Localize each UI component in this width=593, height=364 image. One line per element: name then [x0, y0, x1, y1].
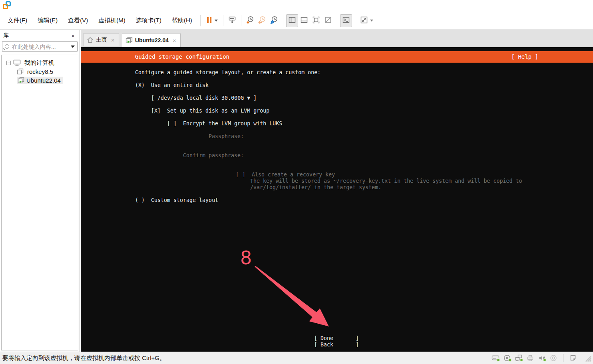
installer-header-bar: Guided storage configuration [ Help ] — [81, 51, 593, 63]
search-dropdown-caret-icon[interactable] — [71, 46, 75, 48]
tab-close-icon[interactable]: × — [110, 37, 115, 44]
tree-item-label[interactable]: 我的计算机 — [23, 59, 56, 67]
send-ctrl-alt-del-icon — [228, 16, 237, 26]
done-button[interactable]: [ Done ] — [314, 335, 359, 342]
library-search-box[interactable] — [2, 42, 78, 51]
resize-grip[interactable] — [583, 354, 591, 362]
library-sidebar: 库 × 我的计算机 — [0, 30, 80, 352]
webcam-icon[interactable] — [549, 354, 558, 362]
vm-console-screen[interactable]: Guided storage configuration [ Help ] Co… — [81, 47, 593, 352]
menu-help[interactable]: 帮助(H) — [167, 14, 197, 27]
tab-label[interactable]: Ubuntu22.04 — [135, 37, 169, 44]
status-bar: 要将输入定向到该虚拟机，请在虚拟机内部单击或按 Ctrl+G。 — [0, 352, 593, 364]
stretch-dropdown-caret-icon[interactable] — [370, 20, 373, 22]
tab-bar: 主页 × Ubuntu22.04 × — [81, 30, 593, 47]
revert-snapshot-icon — [258, 16, 267, 26]
hard-disk-icon[interactable] — [491, 354, 500, 362]
pause-vm-button[interactable] — [203, 14, 220, 27]
tree-item-ubuntu2204[interactable]: Ubuntu22.04 — [2, 76, 78, 85]
tree-collapse-icon[interactable] — [6, 61, 11, 65]
take-snapshot-button[interactable] — [244, 14, 256, 27]
revert-snapshot-button[interactable] — [256, 14, 268, 27]
annotation-arrow-icon — [253, 264, 332, 330]
statusbar-separator — [563, 354, 563, 362]
manage-snapshots-button[interactable] — [268, 14, 280, 27]
menu-view[interactable]: 查看(V) — [63, 14, 93, 27]
search-icon — [5, 44, 9, 49]
toolbar-separator — [355, 15, 355, 26]
main-area: 库 × 我的计算机 — [0, 30, 593, 352]
option-use-entire-disk[interactable]: (X) Use an entire disk — [135, 82, 522, 89]
pause-dropdown-caret-icon[interactable] — [215, 20, 218, 22]
library-panel-icon — [288, 16, 296, 26]
tree-item-label[interactable]: Ubuntu22.04 — [26, 77, 61, 84]
tab-home[interactable]: 主页 × — [83, 33, 119, 46]
toolbar-separator — [337, 15, 337, 26]
stretch-guest-display-button[interactable] — [358, 14, 375, 27]
toolbar-separator — [283, 15, 283, 26]
vmware-logo-icon — [2, 0, 12, 12]
printer-icon[interactable] — [526, 354, 535, 362]
vm-area: 主页 × Ubuntu22.04 × Guided storage config… — [81, 30, 593, 352]
label-confirm-passphrase: Confirm passphrase: — [183, 152, 522, 159]
tab-label[interactable]: 主页 — [96, 36, 107, 44]
disk-select-dropdown[interactable]: [ /dev/sda local disk 30.000G ▼ ] — [151, 95, 522, 101]
unity-mode-button[interactable] — [322, 14, 334, 27]
recovery-key-description: /var/log/installer/ in the target system… — [250, 184, 522, 191]
thumbnail-bar-icon — [300, 16, 308, 26]
computer-icon — [13, 59, 21, 66]
home-icon — [87, 37, 94, 43]
toggle-library-panel-button[interactable] — [286, 14, 298, 27]
vm-running-icon — [18, 77, 24, 84]
tree-item-my-computer[interactable]: 我的计算机 — [2, 58, 78, 67]
toggle-console-view-button[interactable] — [340, 14, 352, 27]
checkbox-lvm-group[interactable]: [X] Set up this disk as an LVM group — [151, 108, 522, 114]
checkbox-recovery-key: [ ] Also create a recovery key — [236, 172, 522, 178]
sound-icon[interactable] — [537, 354, 546, 362]
toggle-thumbnail-bar-button[interactable] — [298, 14, 310, 27]
connected-dot — [497, 358, 500, 362]
back-button[interactable]: [ Back ] — [314, 342, 359, 348]
toolbar-separator — [241, 15, 241, 26]
pause-icon — [206, 16, 213, 25]
menu-edit[interactable]: 编辑(E) — [32, 14, 63, 27]
help-button[interactable]: [ Help ] — [511, 51, 538, 63]
vm-icon — [17, 68, 24, 75]
send-ctrl-alt-del-button[interactable] — [226, 14, 238, 27]
stretch-display-icon — [360, 16, 368, 26]
tree-item-rockey85[interactable]: rockey8.5 — [2, 67, 78, 76]
search-input[interactable] — [12, 44, 71, 50]
network-adapter-icon[interactable] — [514, 354, 523, 362]
library-close-icon[interactable]: × — [70, 32, 76, 39]
vm-tree-panel: 我的计算机 rockey8.5 — [1, 55, 78, 350]
label-passphrase: Passphrase: — [209, 133, 522, 140]
connected-dot — [520, 358, 523, 362]
unity-mode-icon — [324, 16, 332, 26]
take-snapshot-icon — [246, 16, 255, 26]
tab-close-icon[interactable]: × — [172, 37, 177, 44]
connected-dot — [543, 358, 546, 362]
menu-vm[interactable]: 虚拟机(M) — [93, 14, 131, 27]
manage-snapshots-icon — [270, 16, 279, 26]
tree-item-label[interactable]: rockey8.5 — [26, 68, 55, 75]
annotation-step-number: 8 — [240, 249, 252, 267]
toolbar-separator — [200, 15, 201, 26]
menu-toolbar: 文件(F) 编辑(E) 查看(V) 虚拟机(M) 选项卡(T) 帮助(H) — [0, 12, 593, 30]
menu-tabs[interactable]: 选项卡(T) — [131, 14, 167, 27]
checkbox-encrypt-luks[interactable]: [ ] Encrypt the LVM group with LUKS — [167, 121, 522, 127]
recovery-key-description: The key will be stored as ~/recovery-key… — [250, 178, 522, 184]
tab-ubuntu2204[interactable]: Ubuntu22.04 × — [122, 33, 181, 47]
fullscreen-button[interactable] — [310, 14, 322, 27]
connected-dot — [508, 358, 511, 362]
status-message: 要将输入定向到该虚拟机，请在虚拟机内部单击或按 Ctrl+G。 — [2, 354, 491, 362]
library-title: 库 — [3, 32, 70, 39]
cd-drive-icon[interactable] — [503, 354, 511, 362]
installer-prompt: Configure a guided storage layout, or cr… — [135, 69, 522, 76]
window-titlebar — [0, 0, 593, 12]
console-view-icon — [342, 16, 350, 26]
menu-file[interactable]: 文件(F) — [2, 14, 32, 27]
vm-running-icon — [125, 37, 133, 44]
installer-buttons: [ Done ] [ Back ] — [314, 335, 359, 348]
message-log-icon[interactable] — [569, 354, 577, 362]
option-custom-storage-layout[interactable]: ( ) Custom storage layout — [135, 197, 522, 204]
